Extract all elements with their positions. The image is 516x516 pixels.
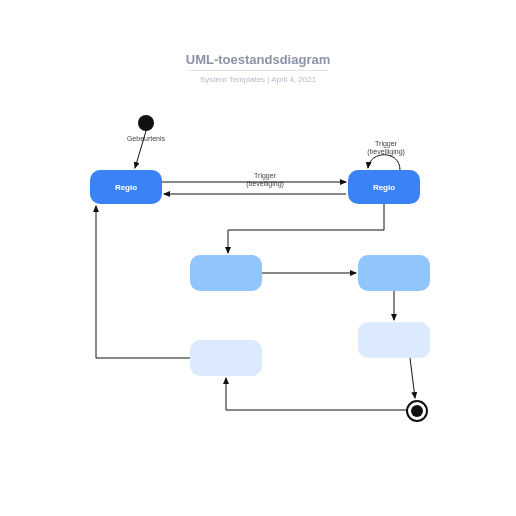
final-state: [406, 400, 428, 422]
edge-self-label: Trigger(beveiliging): [356, 140, 416, 155]
state-regio-left-label: Regio: [115, 183, 137, 192]
initial-state: [138, 115, 154, 131]
page-subtitle: System Templates | April 4, 2021: [188, 70, 328, 84]
state-mid-left: [190, 255, 262, 291]
state-regio-left: Regio: [90, 170, 162, 204]
diagram-canvas: UML-toestandsdiagram System Templates | …: [0, 0, 516, 516]
edge-top-label: Trigger(beveiliging): [230, 172, 300, 187]
svg-line-5: [410, 358, 415, 398]
state-low-left: [190, 340, 262, 376]
state-regio-right-label: Regio: [373, 183, 395, 192]
state-low-right: [358, 322, 430, 358]
initial-label: Gebeurtenis: [118, 135, 174, 143]
state-regio-right: Regio: [348, 170, 420, 204]
state-mid-right: [358, 255, 430, 291]
page-title: UML-toestandsdiagram: [0, 52, 516, 67]
